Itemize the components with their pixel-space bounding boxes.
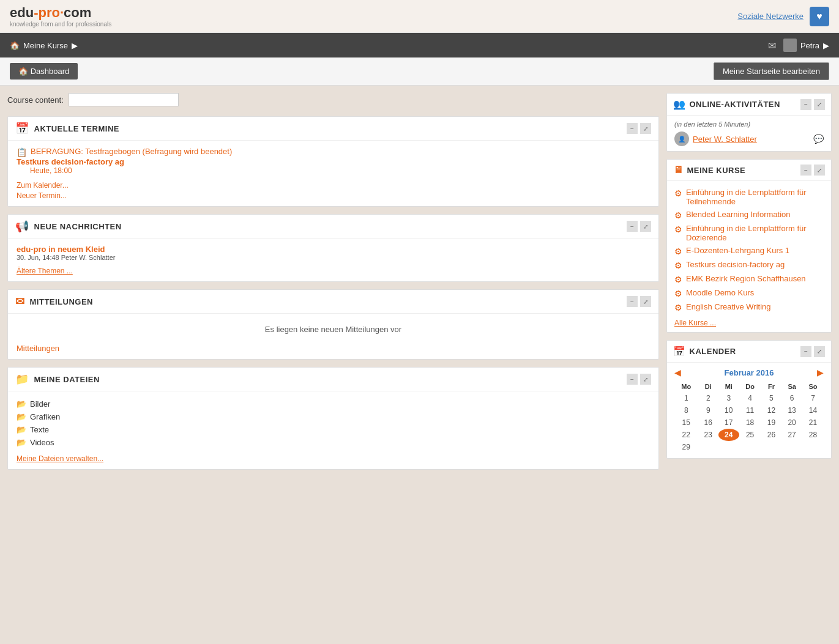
- calendar-day[interactable]: 7: [802, 392, 824, 404]
- online-controls: − ⤢: [800, 99, 825, 110]
- online-expand-btn[interactable]: ⤢: [814, 99, 825, 110]
- right-column: 👥 ONLINE-AKTIVITÄTEN − ⤢ (in den letzten…: [666, 93, 832, 470]
- kalender-minimize-btn[interactable]: −: [800, 346, 811, 357]
- calendar-day[interactable]: 20: [781, 416, 802, 429]
- envelope-icon: ✉: [15, 295, 25, 308]
- users-icon: 👥: [673, 98, 686, 110]
- dateien-minimize-btn[interactable]: −: [627, 374, 638, 385]
- kurse-body: ⚙Einführung in die Lernplattform für Tei…: [667, 181, 831, 332]
- kurs-link[interactable]: Einführung in die Lernplattform für Dozi…: [686, 224, 824, 242]
- calendar-day[interactable]: 25: [739, 429, 761, 441]
- dateien-expand-btn[interactable]: ⤢: [640, 374, 651, 385]
- calendar-day[interactable]: 23: [698, 429, 718, 441]
- kalender-expand-btn[interactable]: ⤢: [814, 346, 825, 357]
- calendar-day[interactable]: 8: [674, 404, 698, 416]
- calendar-day[interactable]: 21: [802, 416, 824, 429]
- logo: edu-pro·com: [10, 5, 111, 21]
- avatar: [783, 39, 797, 52]
- kurs-link[interactable]: English Creative Writing: [686, 302, 770, 311]
- course-icon: ⚙: [674, 188, 682, 198]
- kurse-expand-btn[interactable]: ⤢: [814, 165, 825, 176]
- kalender-nav: ◀ Februar 2016 ▶: [674, 368, 824, 377]
- list-item: ⚙Einführung in die Lernplattform für Tei…: [674, 186, 824, 208]
- mitteilungen-controls: − ⤢: [627, 296, 651, 307]
- kurs-link[interactable]: Einführung in die Lernplattform für Teil…: [686, 188, 824, 206]
- calendar-day-header: Di: [698, 381, 718, 392]
- mail-icon[interactable]: ✉: [768, 40, 776, 51]
- alle-kurse-link[interactable]: Alle Kurse ...: [674, 319, 716, 327]
- calendar-day[interactable]: 27: [781, 429, 802, 441]
- mitteilungen-title: ✉ MITTEILUNGEN: [15, 295, 93, 308]
- edit-startseite-button[interactable]: Meine Startseite bearbeiten: [714, 62, 829, 80]
- dateien-list: 📂 Bilder 📂 Grafiken 📂 Texte 📂 Videos: [17, 398, 650, 449]
- mitteilungen-empty-text: Es liegen keine neuen Mitteilungen vor: [17, 320, 650, 339]
- list-item: ⚙Moodle Demo Kurs: [674, 286, 824, 300]
- calendar-day[interactable]: 24: [718, 429, 739, 441]
- termine-link[interactable]: 📋 BEFRAGUNG: Testfragebogen (Befragung w…: [17, 147, 650, 157]
- mitteilungen-block: ✉ MITTEILUNGEN − ⤢ Es liegen keine neuen…: [7, 289, 659, 360]
- calendar-day[interactable]: 10: [718, 404, 739, 416]
- mitteilungen-minimize-btn[interactable]: −: [627, 296, 638, 307]
- calendar-day[interactable]: 12: [761, 404, 782, 416]
- calendar-day[interactable]: 28: [802, 429, 824, 441]
- calendar-day[interactable]: 3: [718, 392, 739, 404]
- calendar-day[interactable]: 29: [674, 441, 698, 453]
- aeltere-themen-link[interactable]: Ältere Themen ...: [17, 267, 73, 275]
- meine-kurse-nav[interactable]: 🏠 Meine Kurse ▶: [10, 41, 78, 50]
- folder-icon: 📂: [17, 412, 26, 421]
- kurs-link[interactable]: EMK Bezirk Region Schaffhausen: [686, 274, 806, 283]
- calendar-day[interactable]: 5: [761, 392, 782, 404]
- dashboard-bar: 🏠 Dashboard Meine Startseite bearbeiten: [0, 57, 839, 86]
- soziale-netzwerke-link[interactable]: Soziale Netzwerke: [737, 12, 804, 21]
- nachrichten-expand-btn[interactable]: ⤢: [640, 221, 651, 232]
- calendar-day[interactable]: 14: [802, 404, 824, 416]
- calendar-day-header: Sa: [781, 381, 802, 392]
- online-body: (in den letzten 5 Minuten) 👤 Peter W. Sc…: [667, 116, 831, 151]
- calendar-day[interactable]: 17: [718, 416, 739, 429]
- neuer-termin-link[interactable]: Neuer Termin...: [17, 191, 650, 200]
- manage-dateien-link[interactable]: Meine Dateien verwalten...: [17, 454, 103, 463]
- calendar-day-header: Fr: [761, 381, 782, 392]
- calendar-day[interactable]: 16: [698, 416, 718, 429]
- kurs-link[interactable]: Moodle Demo Kurs: [686, 288, 754, 297]
- folder-icon: 📂: [17, 399, 26, 409]
- calendar-day[interactable]: 9: [698, 404, 718, 416]
- dashboard-button[interactable]: 🏠 Dashboard: [10, 63, 78, 80]
- chat-icon[interactable]: 💬: [813, 134, 824, 144]
- kalender-month: Februar 2016: [725, 368, 774, 377]
- kurs-link[interactable]: Blended Learning Information: [686, 210, 791, 219]
- calendar-day[interactable]: 19: [761, 416, 782, 429]
- termine-expand-btn[interactable]: ⤢: [640, 123, 651, 134]
- mitteilungen-link[interactable]: Mitteilungen: [17, 344, 59, 353]
- dateien-header: 📁 MEINE DATEIEN − ⤢: [8, 368, 658, 391]
- nav-bar: 🏠 Meine Kurse ▶ ✉ Petra ▶: [0, 33, 839, 57]
- next-month-link[interactable]: ▶: [817, 368, 824, 377]
- calendar-day: [698, 441, 718, 453]
- course-icon: ⚙: [674, 303, 682, 313]
- calendar-day[interactable]: 1: [674, 392, 698, 404]
- kurse-minimize-btn[interactable]: −: [800, 165, 811, 176]
- survey-icon: 📋: [17, 147, 27, 157]
- calendar-day[interactable]: 15: [674, 416, 698, 429]
- calendar-day[interactable]: 22: [674, 429, 698, 441]
- prev-month-link[interactable]: ◀: [674, 368, 681, 377]
- calendar-day[interactable]: 18: [739, 416, 761, 429]
- mitteilungen-expand-btn[interactable]: ⤢: [640, 296, 651, 307]
- calendar-day[interactable]: 11: [739, 404, 761, 416]
- kurs-link[interactable]: E-Dozenten-Lehrgang Kurs 1: [686, 246, 789, 255]
- calendar-day[interactable]: 4: [739, 392, 761, 404]
- zum-kalender-link[interactable]: Zum Kalender...: [17, 181, 650, 190]
- calendar-day[interactable]: 26: [761, 429, 782, 441]
- calendar-day[interactable]: 6: [781, 392, 802, 404]
- user-menu[interactable]: Petra ▶: [783, 39, 829, 52]
- calendar-day[interactable]: 2: [698, 392, 718, 404]
- calendar-icon: 📅: [15, 122, 29, 135]
- online-minimize-btn[interactable]: −: [800, 99, 811, 110]
- nachrichten-minimize-btn[interactable]: −: [627, 221, 638, 232]
- kurs-link[interactable]: Testkurs decision-factory ag: [686, 260, 785, 269]
- course-content-input[interactable]: [69, 93, 179, 106]
- nachrichten-title: 📢 NEUE NACHRICHTEN: [15, 220, 122, 233]
- calendar-day[interactable]: 13: [781, 404, 802, 416]
- online-user-link[interactable]: Peter W. Schlatter: [693, 135, 757, 144]
- termine-minimize-btn[interactable]: −: [627, 123, 638, 134]
